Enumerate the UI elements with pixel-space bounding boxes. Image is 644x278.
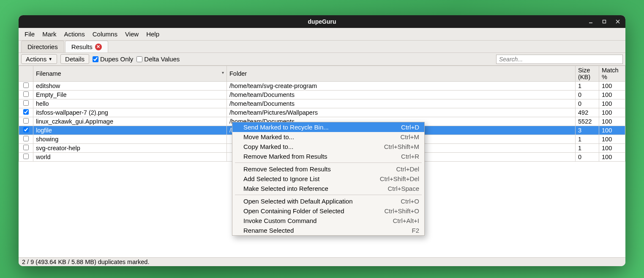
row-checkbox-cell[interactable] xyxy=(19,108,33,117)
cell-size: 1 xyxy=(576,82,599,91)
menu-item-shortcut: Ctrl+Shift+Del xyxy=(380,175,419,182)
app-window: dupeGuru File Mark Actions Columns View … xyxy=(19,15,625,266)
window-controls xyxy=(586,17,623,27)
context-menu-item[interactable]: Remove Selected from ResultsCtrl+Del xyxy=(232,164,424,174)
cell-match: 100 xyxy=(599,126,625,135)
table-row[interactable]: Empty_File/home/team/Documents0100 xyxy=(19,91,625,99)
tab-directories[interactable]: Directories xyxy=(21,41,64,52)
toolbar: Actions ▼ Details Dupes Only Delta Value… xyxy=(19,53,625,66)
minimize-button[interactable] xyxy=(586,17,596,27)
menu-item-shortcut: F2 xyxy=(412,227,419,234)
menu-item-label: Open Selected with Default Application xyxy=(243,198,353,205)
delta-values-checkbox[interactable]: Delta Values xyxy=(136,55,180,63)
table-row[interactable]: hello/home/team/Documents0100 xyxy=(19,99,625,108)
menu-item-shortcut: Ctrl+M xyxy=(400,133,419,140)
delta-values-input[interactable] xyxy=(136,56,142,62)
cell-folder: /home/team/Documents xyxy=(227,99,576,108)
row-checkbox-cell[interactable] xyxy=(19,82,33,91)
cell-match: 100 xyxy=(599,108,625,117)
menu-columns[interactable]: Columns xyxy=(89,29,121,39)
context-menu-item[interactable]: Add Selected to Ignore ListCtrl+Shift+De… xyxy=(232,174,424,184)
col-header-folder[interactable]: Folder xyxy=(227,66,576,82)
menu-item-shortcut: Ctrl+D xyxy=(401,124,419,131)
tab-close-icon[interactable]: ✕ xyxy=(95,44,102,50)
context-menu-item[interactable]: Remove Marked from ResultsCtrl+R xyxy=(232,151,424,161)
cell-filename: showing xyxy=(33,135,227,144)
context-menu-item[interactable]: Rename SelectedF2 xyxy=(232,226,424,235)
row-checkbox[interactable] xyxy=(23,109,29,115)
context-menu-item[interactable]: Move Marked to...Ctrl+M xyxy=(232,132,424,142)
row-checkbox-cell[interactable] xyxy=(19,126,33,135)
row-checkbox-cell[interactable] xyxy=(19,153,33,162)
menu-file[interactable]: File xyxy=(21,29,38,39)
menu-item-label: Move Marked to... xyxy=(243,133,294,140)
row-checkbox[interactable] xyxy=(23,154,29,159)
context-menu-item[interactable]: Open Selected with Default ApplicationCt… xyxy=(232,196,424,206)
row-checkbox-cell[interactable] xyxy=(19,117,33,126)
menu-item-label: Make Selected into Reference xyxy=(243,185,328,192)
cell-filename: editshow xyxy=(33,82,227,91)
cell-folder: /home/team/Documents xyxy=(227,91,576,99)
cell-match: 100 xyxy=(599,99,625,108)
cell-size: 1 xyxy=(576,144,599,153)
row-checkbox-cell[interactable] xyxy=(19,135,33,144)
menu-separator xyxy=(235,162,422,163)
cell-size: 0 xyxy=(576,91,599,99)
menu-mark[interactable]: Mark xyxy=(39,29,60,39)
row-checkbox[interactable] xyxy=(23,127,29,132)
menu-item-label: Remove Selected from Results xyxy=(243,165,331,173)
row-checkbox[interactable] xyxy=(23,91,29,97)
row-checkbox[interactable] xyxy=(23,145,29,150)
table-row[interactable]: itsfoss-wallpaper-7 (2).png/home/team/Pi… xyxy=(19,108,625,117)
col-header-match[interactable]: Match % xyxy=(599,66,625,82)
actions-dropdown[interactable]: Actions ▼ xyxy=(21,54,57,64)
cell-filename: logfile xyxy=(33,126,227,135)
cell-match: 100 xyxy=(599,91,625,99)
menu-actions[interactable]: Actions xyxy=(61,29,88,39)
dupes-only-checkbox[interactable]: Dupes Only xyxy=(93,55,133,63)
row-checkbox-cell[interactable] xyxy=(19,91,33,99)
context-menu: Send Marked to Recycle Bin...Ctrl+DMove … xyxy=(232,122,425,236)
col-header-filename[interactable]: Filename▾ xyxy=(33,66,227,82)
dupes-only-label: Dupes Only xyxy=(100,55,133,63)
sort-indicator-icon: ▾ xyxy=(222,70,224,75)
statusbar: 2 / 9 (493.64 KB / 5.88 MB) duplicates m… xyxy=(19,257,625,266)
row-checkbox[interactable] xyxy=(23,83,29,88)
cell-size: 0 xyxy=(576,99,599,108)
close-button[interactable] xyxy=(613,17,623,27)
cell-filename: Empty_File xyxy=(33,91,227,99)
row-checkbox-cell[interactable] xyxy=(19,99,33,108)
row-checkbox-cell[interactable] xyxy=(19,144,33,153)
menu-help[interactable]: Help xyxy=(143,29,163,39)
delta-values-label: Delta Values xyxy=(144,55,180,63)
row-checkbox[interactable] xyxy=(23,136,29,141)
context-menu-item[interactable]: Make Selected into ReferenceCtrl+Space xyxy=(232,184,424,193)
search-input[interactable] xyxy=(496,55,623,64)
row-checkbox[interactable] xyxy=(23,100,29,106)
context-menu-item[interactable]: Invoke Custom CommandCtrl+Alt+I xyxy=(232,216,424,226)
menu-item-shortcut: Ctrl+Alt+I xyxy=(393,217,419,224)
maximize-button[interactable] xyxy=(599,17,609,27)
context-menu-item[interactable]: Copy Marked to...Ctrl+Shift+M xyxy=(232,142,424,151)
row-checkbox[interactable] xyxy=(23,118,29,124)
menu-item-shortcut: Ctrl+Space xyxy=(387,185,419,192)
cell-match: 100 xyxy=(599,82,625,91)
actions-label: Actions xyxy=(26,55,46,63)
col-header-checkbox[interactable] xyxy=(19,66,33,82)
titlebar: dupeGuru xyxy=(19,15,625,28)
cell-filename: hello xyxy=(33,99,227,108)
menu-item-shortcut: Ctrl+Del xyxy=(396,165,419,173)
svg-rect-1 xyxy=(603,20,606,23)
tab-results[interactable]: Results ✕ xyxy=(65,41,108,52)
context-menu-item[interactable]: Send Marked to Recycle Bin...Ctrl+D xyxy=(232,122,424,132)
context-menu-item[interactable]: Open Containing Folder of SelectedCtrl+S… xyxy=(232,206,424,216)
tabbar: Directories Results ✕ xyxy=(19,41,625,53)
table-row[interactable]: editshow/home/team/svg-create-program110… xyxy=(19,82,625,91)
menu-item-shortcut: Ctrl+Shift+O xyxy=(384,207,419,215)
menu-view[interactable]: View xyxy=(122,29,142,39)
cell-match: 100 xyxy=(599,153,625,162)
dupes-only-input[interactable] xyxy=(93,56,98,62)
details-button[interactable]: Details xyxy=(60,54,89,64)
col-header-size[interactable]: Size (KB) xyxy=(576,66,599,82)
cell-filename: svg-creator-help xyxy=(33,144,227,153)
